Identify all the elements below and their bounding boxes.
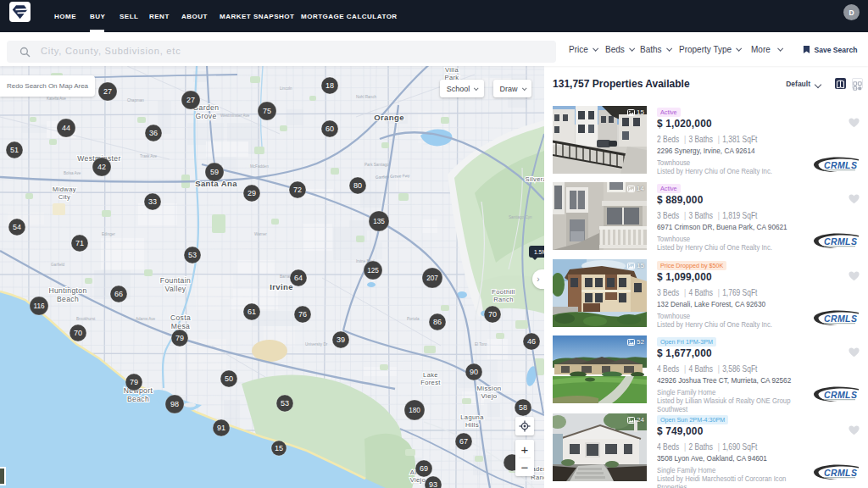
svg-text:CRMLS: CRMLS xyxy=(824,160,857,170)
svg-text:180: 180 xyxy=(409,407,420,414)
svg-text:Beach: Beach xyxy=(57,295,79,303)
svg-text:Foothill: Foothill xyxy=(492,288,515,296)
svg-text:93: 93 xyxy=(429,480,437,488)
svg-text:54: 54 xyxy=(13,223,21,231)
svg-text:Grove: Grove xyxy=(195,112,216,120)
svg-text:39: 39 xyxy=(337,336,345,344)
svg-text:75: 75 xyxy=(263,107,271,115)
svg-text:University Dr: University Dr xyxy=(305,342,328,347)
svg-text:CRMLS: CRMLS xyxy=(824,390,857,400)
svg-text:44: 44 xyxy=(62,124,70,132)
svg-text:Huntington: Huntington xyxy=(48,286,86,295)
svg-text:CRMLS: CRMLS xyxy=(824,236,857,247)
svg-text:Mesa: Mesa xyxy=(171,322,190,330)
svg-text:42: 42 xyxy=(97,163,106,171)
svg-text:Hills: Hills xyxy=(465,421,479,429)
svg-text:135: 135 xyxy=(373,218,385,225)
svg-text:Valley: Valley xyxy=(165,285,186,293)
svg-text:70: 70 xyxy=(74,329,82,337)
svg-text:66: 66 xyxy=(114,290,123,298)
svg-text:60: 60 xyxy=(326,125,334,133)
svg-text:Lake: Lake xyxy=(423,371,438,379)
svg-text:Portola: Portola xyxy=(407,317,420,321)
svg-text:Villa: Villa xyxy=(445,66,459,74)
svg-text:Viejo: Viejo xyxy=(481,392,497,400)
svg-text:61: 61 xyxy=(248,308,256,316)
svg-text:Forest: Forest xyxy=(420,379,441,386)
svg-text:Ranch: Ranch xyxy=(493,296,514,303)
svg-text:29: 29 xyxy=(248,189,256,197)
svg-text:36: 36 xyxy=(149,129,158,137)
svg-text:72: 72 xyxy=(293,186,302,194)
svg-text:91: 91 xyxy=(217,424,225,432)
svg-text:27: 27 xyxy=(103,87,112,96)
svg-text:27: 27 xyxy=(186,96,195,104)
svg-text:79: 79 xyxy=(175,334,184,342)
svg-text:125: 125 xyxy=(367,267,379,274)
svg-text:90: 90 xyxy=(470,368,478,376)
svg-text:Midway: Midway xyxy=(53,186,76,193)
svg-text:71: 71 xyxy=(75,239,84,247)
svg-text:Garfield: Garfield xyxy=(51,263,65,267)
svg-text:Edinger: Edinger xyxy=(102,232,115,236)
svg-text:33: 33 xyxy=(148,197,157,206)
svg-text:70: 70 xyxy=(488,310,497,319)
svg-text:Trask Ave: Trask Ave xyxy=(140,154,158,158)
svg-text:79: 79 xyxy=(130,378,138,386)
svg-text:59: 59 xyxy=(210,168,219,176)
svg-text:Brookhurst: Brookhurst xyxy=(76,317,96,321)
svg-text:46: 46 xyxy=(527,337,536,346)
svg-text:Mission: Mission xyxy=(476,385,501,392)
svg-text:Fountain: Fountain xyxy=(160,276,191,285)
svg-text:Silverado: Silverado xyxy=(526,175,544,183)
svg-text:El Toro: El Toro xyxy=(475,342,487,347)
svg-text:80: 80 xyxy=(353,181,362,190)
svg-text:86: 86 xyxy=(433,318,442,326)
svg-text:53: 53 xyxy=(281,399,289,408)
svg-text:53: 53 xyxy=(188,251,197,259)
svg-text:McFadden: McFadden xyxy=(250,164,269,169)
svg-text:Santiago Cyn: Santiago Cyn xyxy=(509,215,532,219)
svg-text:CRMLS: CRMLS xyxy=(824,313,857,324)
svg-text:Lincoln: Lincoln xyxy=(280,86,292,91)
svg-text:Katella Ave: Katella Ave xyxy=(47,97,66,101)
svg-text:207: 207 xyxy=(426,274,438,282)
svg-text:Orange: Orange xyxy=(374,113,404,122)
svg-text:City: City xyxy=(58,193,71,201)
svg-text:CRMLS: CRMLS xyxy=(824,468,857,478)
svg-text:18: 18 xyxy=(326,81,334,90)
svg-text:50: 50 xyxy=(225,374,233,383)
svg-text:76: 76 xyxy=(298,310,307,319)
svg-text:Bolsa Ave: Bolsa Ave xyxy=(64,171,81,175)
svg-text:Nohl Ranch: Nohl Ranch xyxy=(356,95,376,99)
svg-text:Warner: Warner xyxy=(254,232,267,236)
svg-text:Chapman: Chapman xyxy=(127,98,144,103)
svg-text:Irvine: Irvine xyxy=(270,282,293,291)
svg-text:69: 69 xyxy=(420,464,428,473)
svg-text:Westminster Ave: Westminster Ave xyxy=(220,114,250,118)
svg-text:Costa: Costa xyxy=(170,313,191,322)
svg-text:Laguna: Laguna xyxy=(460,413,484,421)
svg-text:15: 15 xyxy=(275,444,283,452)
svg-text:Adams Ave: Adams Ave xyxy=(136,317,156,321)
svg-text:116: 116 xyxy=(33,302,44,310)
svg-text:58: 58 xyxy=(519,403,527,412)
svg-text:51: 51 xyxy=(10,146,19,154)
svg-text:Park Santiago: Park Santiago xyxy=(364,163,389,167)
svg-text:64: 64 xyxy=(294,274,303,282)
svg-text:98: 98 xyxy=(170,400,179,408)
svg-text:67: 67 xyxy=(459,437,468,446)
svg-text:Beach: Beach xyxy=(127,395,149,403)
